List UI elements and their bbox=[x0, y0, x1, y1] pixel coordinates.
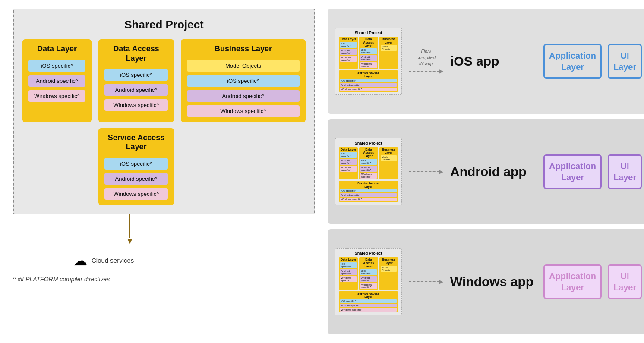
sal-android: Android specific^ bbox=[104, 173, 168, 185]
android-mini-data-layer: Data Layer iOS specific^ Android specifi… bbox=[339, 147, 358, 179]
windows-mini-sal: Service AccessLayer iOS specific^ Androi… bbox=[339, 291, 398, 312]
business-windows: Windows specific^ bbox=[187, 105, 300, 117]
ios-app-name: iOS app bbox=[450, 54, 537, 69]
right-area: Shared Project Data Layer iOS specific^ … bbox=[328, 9, 644, 334]
android-app-layer: ApplicationLayer bbox=[543, 154, 602, 189]
android-mini-business: Business Layer Model Objects bbox=[379, 147, 398, 179]
windows-app-layers: ApplicationLayer UI Layer bbox=[543, 264, 642, 299]
cloud-label: Cloud services bbox=[92, 257, 134, 264]
windows-mini-shared: Shared Project Data Layer iOS specific^ … bbox=[335, 248, 402, 315]
android-app-block: Shared Project Data Layer iOS specific^ … bbox=[328, 119, 644, 224]
business-ios: iOS specific^ bbox=[187, 75, 300, 87]
business-model-objects: Model Objects bbox=[187, 60, 300, 72]
ios-mini-shared: Shared Project Data Layer iOS specific^ … bbox=[335, 28, 402, 94]
ios-mini-layers: Data Layer iOS specific^ Android specifi… bbox=[339, 37, 398, 69]
business-android: Android specific^ bbox=[187, 90, 300, 102]
windows-app-block: Shared Project Data Layer iOS specific^ … bbox=[328, 229, 644, 334]
main-container: Shared Project Data Layer iOS specific^ … bbox=[0, 0, 644, 343]
android-mini-shared-title: Shared Project bbox=[339, 141, 398, 145]
data-layer-android: Android specific^ bbox=[28, 75, 85, 87]
ios-mini-data-layer: Data Layer iOS specific^ Android specifi… bbox=[339, 37, 358, 69]
service-access-layer-box: Service AccessLayer iOS specific^ Androi… bbox=[98, 128, 174, 205]
ios-connector: FilescompiledIN app ▶ bbox=[409, 48, 443, 74]
ios-mini-dal: Data AccessLayer iOS specific^ Android s… bbox=[359, 37, 378, 69]
ios-app-block: Shared Project Data Layer iOS specific^ … bbox=[328, 9, 644, 114]
sal-windows: Windows specific^ bbox=[104, 188, 168, 200]
cloud-arrow-area: ▼ bbox=[13, 214, 315, 249]
business-layer-box: Business Layer Model Objects iOS specifi… bbox=[181, 39, 306, 122]
data-layer-ios: iOS specific^ bbox=[28, 60, 85, 72]
data-layer-title: Data Layer bbox=[28, 44, 85, 54]
down-arrow-container: ▼ bbox=[126, 214, 134, 245]
ios-mini-shared-title: Shared Project bbox=[339, 31, 398, 35]
ios-ui-layer: UI Layer bbox=[608, 44, 642, 79]
data-layer-windows: Windows specific^ bbox=[28, 90, 85, 102]
windows-mini-dal: Data AccessLayer iOS specific^ Android s… bbox=[359, 257, 378, 290]
dal-windows: Windows specific^ bbox=[104, 99, 168, 111]
business-layer-title: Business Layer bbox=[187, 44, 300, 54]
windows-connector: ▶ bbox=[409, 279, 443, 285]
windows-mini-business: Business Layer Model Objects bbox=[379, 257, 398, 290]
data-layer-box: Data Layer iOS specific^ Android specifi… bbox=[22, 39, 92, 122]
data-access-layer-title: Data AccessLayer bbox=[104, 44, 168, 63]
android-mini-sal: Service AccessLayer iOS specific^ Androi… bbox=[339, 181, 398, 202]
data-access-layer-box: Data AccessLayer iOS specific^ Android s… bbox=[98, 39, 174, 122]
left-panel: Shared Project Data Layer iOS specific^ … bbox=[13, 9, 315, 334]
windows-app-name: Windows app bbox=[450, 274, 537, 289]
arrow-head: ▼ bbox=[126, 237, 134, 245]
ios-mini-business: Business Layer Model Objects bbox=[379, 37, 398, 69]
android-ui-layer: UI Layer bbox=[608, 154, 642, 189]
service-access-layer-title: Service AccessLayer bbox=[104, 133, 168, 152]
windows-mini-data-layer: Data Layer iOS specific^ Android specifi… bbox=[339, 257, 358, 290]
android-app-name: Android app bbox=[450, 164, 537, 179]
spacer1 bbox=[22, 128, 92, 205]
android-mini-layers: Data Layer iOS specific^ Android specifi… bbox=[339, 147, 398, 179]
sal-ios: iOS specific^ bbox=[104, 158, 168, 170]
ios-app-layers: ApplicationLayer UI Layer bbox=[543, 44, 642, 79]
android-mini-dal: Data AccessLayer iOS specific^ Android s… bbox=[359, 147, 378, 179]
footnote: ^ #if PLATFORM compiler directives bbox=[13, 276, 315, 283]
android-connector: ▶ bbox=[409, 169, 443, 175]
shared-project-title: Shared Project bbox=[22, 18, 306, 31]
windows-ui-layer: UI Layer bbox=[608, 264, 642, 299]
windows-app-layer: ApplicationLayer bbox=[543, 264, 602, 299]
ios-connector-label: FilescompiledIN app bbox=[417, 48, 436, 66]
dal-ios: iOS specific^ bbox=[104, 69, 168, 81]
windows-mini-shared-title: Shared Project bbox=[339, 251, 398, 255]
shared-project-box: Shared Project Data Layer iOS specific^ … bbox=[13, 9, 315, 214]
top-layers-row: Data Layer iOS specific^ Android specifi… bbox=[22, 39, 306, 122]
android-mini-shared: Shared Project Data Layer iOS specific^ … bbox=[335, 138, 402, 205]
android-app-layers: ApplicationLayer UI Layer bbox=[543, 154, 642, 189]
ios-app-layer: ApplicationLayer bbox=[543, 44, 602, 79]
ios-mini-sal: Service AccessLayer iOS specific^ Androi… bbox=[339, 70, 398, 91]
cloud-section: ☁ Cloud services bbox=[13, 252, 315, 269]
ios-arrow-line: ▶ bbox=[409, 68, 443, 74]
arrow-line bbox=[129, 214, 130, 238]
windows-mini-layers: Data Layer iOS specific^ Android specifi… bbox=[339, 257, 398, 290]
dal-android: Android specific^ bbox=[104, 84, 168, 96]
cloud-icon: ☁ bbox=[73, 252, 87, 269]
bottom-layers-row: Service AccessLayer iOS specific^ Androi… bbox=[22, 128, 306, 205]
